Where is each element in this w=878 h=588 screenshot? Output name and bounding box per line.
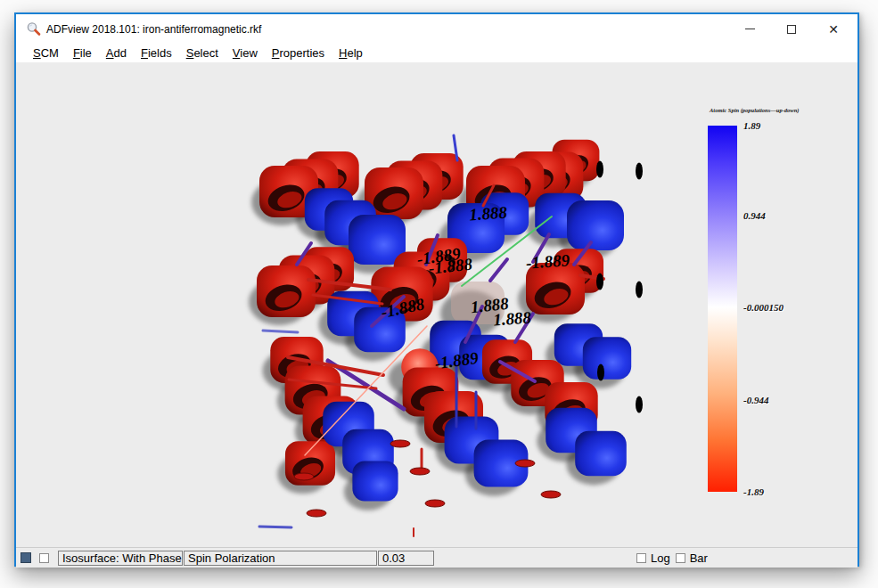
menu-item-file[interactable]: File bbox=[66, 45, 99, 61]
atom-isosurface-spin-up bbox=[583, 337, 631, 380]
window-title: ADFview 2018.101: iron-antiferromagnetic… bbox=[46, 23, 261, 36]
small-isosurface-dot bbox=[597, 364, 604, 381]
colorbar-tick: 0.944 bbox=[743, 210, 766, 221]
maximize-button[interactable] bbox=[776, 14, 807, 44]
status-bar: Isosurface: With Phase Spin Polarization… bbox=[16, 547, 857, 568]
close-button[interactable]: ✕ bbox=[818, 14, 849, 44]
isosurface-color-swatch[interactable] bbox=[21, 552, 31, 563]
title-bar[interactable]: ADFview 2018.101: iron-antiferromagnetic… bbox=[16, 14, 857, 44]
menu-item-view[interactable]: View bbox=[226, 45, 265, 61]
viewport-3d[interactable]: 1.888-1.889-1.888-1.889-1.8881.8881.888-… bbox=[16, 62, 857, 547]
small-isosurface-dot bbox=[596, 274, 603, 290]
app-window: ADFview 2018.101: iron-antiferromagnetic… bbox=[14, 12, 859, 567]
adfview-app-icon bbox=[26, 21, 41, 37]
colorbar-tick: -0.000150 bbox=[743, 302, 784, 313]
isosurface-visibility-checkbox[interactable] bbox=[39, 553, 49, 563]
colorbar bbox=[708, 126, 737, 492]
menu-item-add[interactable]: Add bbox=[99, 45, 134, 61]
menu-item-select[interactable]: Select bbox=[179, 45, 226, 61]
small-isosurface-dot bbox=[636, 396, 643, 413]
atom-isosurface-spin-up bbox=[575, 431, 627, 476]
logbar-group: Log Bar bbox=[636, 548, 713, 568]
atom-spin-label: -1.888 bbox=[428, 254, 474, 277]
floor-isosurface-disc bbox=[541, 491, 561, 498]
floor-isosurface-disc bbox=[410, 468, 430, 475]
field-select[interactable]: Spin Polarization bbox=[184, 551, 377, 566]
small-isosurface-dot bbox=[636, 163, 643, 180]
atom-isosurface-spin-up bbox=[567, 200, 624, 250]
atom-isosurface-spin-down bbox=[257, 265, 316, 317]
floor-isosurface-disc bbox=[425, 500, 445, 507]
minimize-icon bbox=[745, 29, 755, 29]
log-checkbox[interactable] bbox=[636, 553, 646, 563]
floor-isosurface-disc bbox=[515, 460, 535, 467]
menu-item-scm[interactable]: SCM bbox=[26, 45, 66, 61]
window-controls: ✕ bbox=[723, 14, 857, 44]
isosurface-type-button[interactable]: Isosurface: With Phase bbox=[58, 551, 183, 566]
floor-isosurface-disc bbox=[294, 473, 314, 480]
minimize-button[interactable] bbox=[734, 14, 765, 44]
colorbar-tick: 1.89 bbox=[743, 120, 760, 131]
atom-spin-label: 1.888 bbox=[468, 203, 508, 225]
bar-label: Bar bbox=[690, 551, 708, 565]
small-isosurface-dot bbox=[636, 282, 643, 298]
isovalue-input[interactable]: 0.03 bbox=[378, 551, 434, 566]
atom-isosurface-spin-up bbox=[352, 461, 398, 502]
bar-checkbox[interactable] bbox=[676, 553, 685, 563]
atom-spin-label: 1.888 bbox=[492, 308, 532, 330]
floor-isosurface-disc bbox=[390, 440, 410, 447]
colorbar-tick: -0.944 bbox=[743, 395, 768, 405]
menu-item-properties[interactable]: Properties bbox=[265, 45, 332, 61]
small-isosurface-dot bbox=[596, 161, 603, 178]
colorbar-title: Atomic Spin (populations—up-down) bbox=[710, 107, 852, 113]
menu-bar: SCMFileAddFieldsSelectViewPropertiesHelp bbox=[16, 44, 857, 62]
menu-item-help[interactable]: Help bbox=[332, 45, 370, 61]
menu-item-fields[interactable]: Fields bbox=[134, 45, 179, 61]
bond-line bbox=[259, 527, 291, 527]
maximize-icon bbox=[787, 25, 796, 34]
floor-isosurface-disc bbox=[307, 510, 326, 517]
colorbar-tick: -1.89 bbox=[743, 486, 764, 497]
atom-spin-label: -1.889 bbox=[525, 250, 570, 272]
bond-line bbox=[263, 331, 298, 332]
close-icon: ✕ bbox=[828, 23, 839, 36]
log-label: Log bbox=[651, 551, 670, 565]
